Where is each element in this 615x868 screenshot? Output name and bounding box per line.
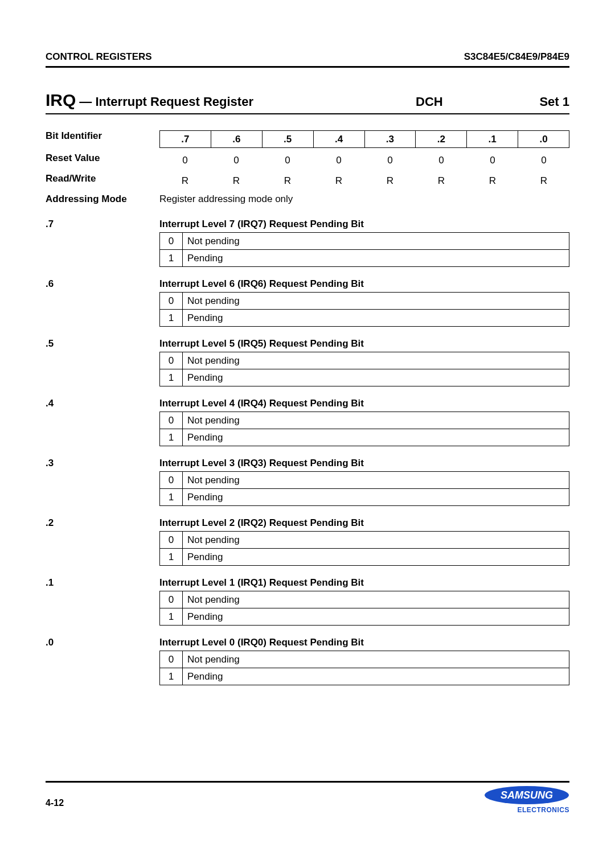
bit-heading: Interrupt Level 4 (IRQ4) Request Pending… (159, 398, 569, 409)
bit-value-desc: Pending (183, 369, 569, 386)
bit-value-table: 0Not pending1Pending (159, 471, 569, 506)
bit-detail: Interrupt Level 5 (IRQ5) Request Pending… (159, 338, 569, 386)
header-left: CONTROL REGISTERS (46, 51, 152, 63)
reset-value-label: Reset Value (46, 153, 159, 168)
bit-heading: Interrupt Level 5 (IRQ5) Request Pending… (159, 338, 569, 349)
bit-detail: Interrupt Level 0 (IRQ0) Request Pending… (159, 637, 569, 685)
register-info-grid: Bit Identifier .7 .6 .5 .4 .3 .2 .1 .0 R… (46, 130, 569, 205)
bit-sections: .7Interrupt Level 7 (IRQ7) Request Pendi… (46, 219, 569, 685)
register-title-row: IRQ — Interrupt Request Register DCH Set… (46, 90, 569, 114)
bit-value-desc: Not pending (183, 412, 569, 429)
bit-section: .5Interrupt Level 5 (IRQ5) Request Pendi… (46, 338, 569, 386)
bit-value-table: 0Not pending1Pending (159, 412, 569, 446)
rw-cell: R (467, 173, 518, 189)
rw-cell: R (262, 173, 313, 189)
bit-section: .0Interrupt Level 0 (IRQ0) Request Pendi… (46, 637, 569, 685)
bit-detail: Interrupt Level 1 (IRQ1) Request Pending… (159, 577, 569, 626)
bit-section: .4Interrupt Level 4 (IRQ4) Request Pendi… (46, 398, 569, 446)
bit-detail: Interrupt Level 7 (IRQ7) Request Pending… (159, 219, 569, 267)
table-row: 0Not pending (160, 591, 569, 608)
reset-cell: 0 (262, 153, 313, 168)
bit-key: .4 (46, 398, 159, 446)
rw-cell: R (313, 173, 364, 189)
reset-cell: 0 (211, 153, 262, 168)
bit-detail: Interrupt Level 6 (IRQ6) Request Pending… (159, 278, 569, 327)
bit-value-code: 1 (160, 250, 183, 267)
bit-value-table: 0Not pending1Pending (159, 352, 569, 386)
reset-cell: 0 (364, 153, 416, 168)
table-row: 1Pending (160, 310, 569, 327)
bit-section: .7Interrupt Level 7 (IRQ7) Request Pendi… (46, 219, 569, 267)
brand-logo-block: SAMSUNG ELECTRONICS (484, 785, 569, 814)
page-number: 4-12 (46, 798, 64, 808)
addressing-mode-label: Addressing Mode (46, 194, 159, 205)
bit-value-code: 1 (160, 310, 183, 327)
rw-cell: R (416, 173, 467, 189)
bit-value-table: 0Not pending1Pending (159, 651, 569, 685)
register-abbrev: IRQ (46, 90, 76, 110)
table-row: 0Not pending (160, 293, 569, 310)
bit-value-desc: Pending (183, 489, 569, 506)
bit-value-code: 1 (160, 429, 183, 446)
bit-id-cell: .6 (211, 131, 262, 148)
bit-value-desc: Pending (183, 310, 569, 327)
reset-value-row: 0 0 0 0 0 0 0 0 (159, 153, 569, 168)
bit-value-code: 0 (160, 532, 183, 549)
svg-text:SAMSUNG: SAMSUNG (501, 789, 553, 801)
bit-value-desc: Pending (183, 250, 569, 267)
bit-detail: Interrupt Level 3 (IRQ3) Request Pending… (159, 458, 569, 506)
bit-value-code: 0 (160, 472, 183, 489)
register-address: DCH (416, 94, 524, 109)
bit-id-cell: .5 (262, 131, 313, 148)
bit-value-desc: Not pending (183, 233, 569, 250)
reset-cell: 0 (467, 153, 518, 168)
samsung-logo-icon: SAMSUNG (484, 785, 569, 805)
rw-cell: R (211, 173, 262, 189)
table-row: 0Not pending (160, 412, 569, 429)
bit-value-desc: Not pending (183, 651, 569, 668)
table-row: 1Pending (160, 489, 569, 506)
register-set: Set 1 (524, 94, 569, 109)
bit-id-cell: .4 (313, 131, 364, 148)
bit-id-cell: .1 (467, 131, 518, 148)
bit-value-code: 0 (160, 293, 183, 310)
reset-cell: 0 (518, 153, 569, 168)
bit-value-code: 0 (160, 412, 183, 429)
bit-value-code: 1 (160, 489, 183, 506)
register-name: — Interrupt Request Register (79, 94, 416, 109)
addressing-mode-value: Register addressing mode only (159, 194, 569, 205)
rw-cell: R (518, 173, 569, 189)
bit-id-cell: .3 (364, 131, 416, 148)
bit-value-desc: Not pending (183, 532, 569, 549)
bit-key: .5 (46, 338, 159, 386)
bit-value-desc: Pending (183, 429, 569, 446)
bit-heading: Interrupt Level 6 (IRQ6) Request Pending… (159, 278, 569, 290)
bit-heading: Interrupt Level 2 (IRQ2) Request Pending… (159, 517, 569, 529)
bit-value-table: 0Not pending1Pending (159, 292, 569, 327)
bit-key: .7 (46, 219, 159, 267)
bit-identifier-label: Bit Identifier (46, 130, 159, 148)
bit-key: .6 (46, 278, 159, 327)
bit-value-code: 1 (160, 668, 183, 685)
table-row: 1Pending (160, 668, 569, 685)
bit-value-code: 1 (160, 549, 183, 566)
bit-section: .2Interrupt Level 2 (IRQ2) Request Pendi… (46, 517, 569, 566)
read-write-label: Read/Write (46, 173, 159, 189)
footer-rule (46, 781, 569, 783)
bit-heading: Interrupt Level 1 (IRQ1) Request Pending… (159, 577, 569, 589)
bit-detail: Interrupt Level 2 (IRQ2) Request Pending… (159, 517, 569, 566)
table-row: 1Pending (160, 608, 569, 626)
bit-value-code: 0 (160, 591, 183, 608)
bit-section: .1Interrupt Level 1 (IRQ1) Request Pendi… (46, 577, 569, 626)
bit-value-desc: Not pending (183, 472, 569, 489)
page-header: CONTROL REGISTERS S3C84E5/C84E9/P84E9 (46, 51, 569, 68)
bit-section: .6Interrupt Level 6 (IRQ6) Request Pendi… (46, 278, 569, 327)
rw-cell: R (364, 173, 416, 189)
bit-section: .3Interrupt Level 3 (IRQ3) Request Pendi… (46, 458, 569, 506)
bit-value-desc: Not pending (183, 293, 569, 310)
bit-heading: Interrupt Level 3 (IRQ3) Request Pending… (159, 458, 569, 469)
bit-value-code: 0 (160, 352, 183, 369)
table-row: 0Not pending (160, 532, 569, 549)
table-row: 0Not pending (160, 352, 569, 369)
read-write-row: R R R R R R R R (159, 173, 569, 189)
